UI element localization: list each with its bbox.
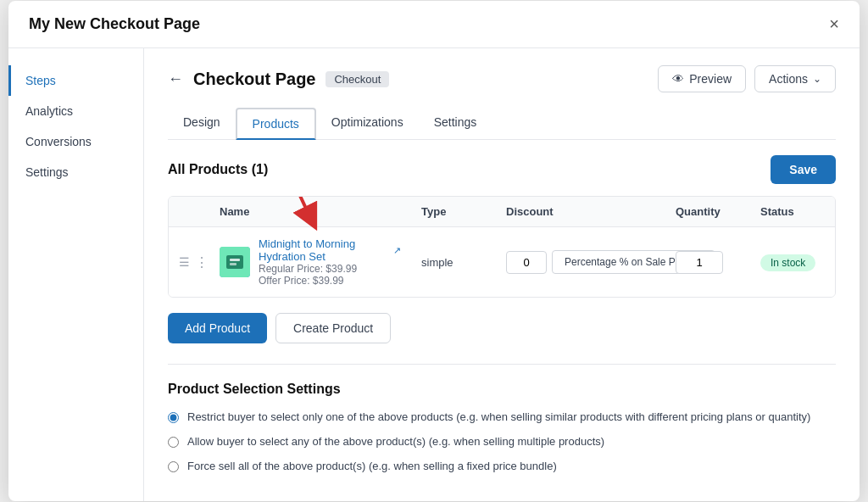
radio-restrict[interactable] — [168, 412, 179, 423]
checkout-badge: Checkout — [326, 71, 389, 87]
main-content: ← Checkout Page Checkout 👁 Preview Actio… — [144, 48, 860, 501]
products-table: Name Type Discount Quantity Status ☰ ⋮ — [168, 196, 836, 298]
radio-option-force-sell: Force sell all of the above product(s) (… — [168, 460, 836, 472]
row-controls: ☰ ⋮ — [169, 244, 209, 281]
offer-price: Offer Price: $39.99 — [259, 275, 401, 287]
product-name: Midnight to Morning Hydration Set ↗ — [259, 237, 401, 263]
checkout-modal: My New Checkout Page × Steps Analytics C… — [8, 1, 860, 501]
discount-cell: Percentage % on Sale Price Fixed Amount — [496, 240, 665, 284]
radio-restrict-label: Restrict buyer to select only one of the… — [187, 410, 810, 423]
settings-title: Product Selection Settings — [168, 382, 836, 397]
page-header-right: 👁 Preview Actions ⌄ — [658, 65, 836, 92]
close-button[interactable]: × — [829, 14, 839, 34]
save-button[interactable]: Save — [771, 155, 836, 184]
radio-option-restrict: Restrict buyer to select only one of the… — [168, 410, 836, 423]
radio-allow-any[interactable] — [168, 437, 179, 448]
external-link-icon[interactable]: ↗ — [393, 245, 401, 256]
status-badge: In stock — [760, 254, 815, 271]
product-details: Midnight to Morning Hydration Set ↗ Regu… — [259, 237, 401, 287]
radio-allow-any-label: Allow buyer to select any of the above p… — [187, 435, 604, 448]
col-type: Type — [411, 197, 496, 226]
modal-body: Steps Analytics Conversions Settings ← C… — [8, 48, 860, 501]
tab-settings[interactable]: Settings — [419, 108, 492, 140]
radio-force-sell[interactable] — [168, 461, 179, 472]
col-name: Name — [209, 197, 411, 226]
preview-label: Preview — [689, 72, 732, 86]
sidebar-item-steps[interactable]: Steps — [8, 65, 143, 96]
svg-rect-3 — [230, 263, 236, 265]
back-button[interactable]: ← — [168, 70, 183, 88]
sidebar-item-conversions[interactable]: Conversions — [8, 126, 143, 157]
sidebar-item-settings[interactable]: Settings — [8, 157, 143, 187]
table-row: ☰ ⋮ — [169, 227, 835, 297]
product-type: simple — [411, 246, 496, 279]
product-action-buttons: Add Product Create Product — [168, 313, 836, 343]
radio-option-allow-any: Allow buyer to select any of the above p… — [168, 435, 836, 448]
sidebar-item-analytics[interactable]: Analytics — [8, 96, 143, 126]
col-status: Status — [750, 197, 835, 226]
tab-products[interactable]: Products — [236, 108, 316, 140]
drag-handle-icon[interactable]: ☰ — [179, 255, 190, 269]
page-title: Checkout Page — [193, 70, 315, 89]
sidebar: Steps Analytics Conversions Settings — [8, 48, 144, 501]
add-product-button[interactable]: Add Product — [168, 313, 267, 343]
tabs: Design Products Optimizations Settings — [168, 108, 836, 140]
preview-button[interactable]: 👁 Preview — [658, 65, 746, 92]
status-cell: In stock — [750, 246, 835, 279]
all-products-title: All Products (1) — [168, 162, 268, 177]
table-header: Name Type Discount Quantity Status — [169, 197, 835, 227]
eye-icon: 👁 — [672, 72, 684, 86]
quantity-input[interactable] — [676, 251, 723, 274]
drag-controls: ☰ ⋮ — [179, 254, 199, 271]
discount-input[interactable] — [506, 251, 547, 274]
svg-rect-2 — [230, 259, 240, 261]
product-thumbnail — [220, 247, 250, 277]
quantity-cell — [665, 241, 750, 284]
section-header: All Products (1) Save — [168, 155, 836, 184]
modal-title: My New Checkout Page — [29, 15, 200, 33]
chevron-down-icon: ⌄ — [813, 73, 821, 85]
product-info-cell: Midnight to Morning Hydration Set ↗ Regu… — [220, 237, 401, 287]
modal-header: My New Checkout Page × — [8, 1, 860, 48]
actions-label: Actions — [769, 72, 808, 86]
col-discount: Discount — [496, 197, 665, 226]
product-cell: Midnight to Morning Hydration Set ↗ Regu… — [209, 227, 411, 297]
page-header: ← Checkout Page Checkout 👁 Preview Actio… — [168, 65, 836, 92]
radio-force-sell-label: Force sell all of the above product(s) (… — [187, 460, 557, 472]
col-quantity: Quantity — [665, 197, 750, 226]
product-selection-settings: Product Selection Settings Restrict buye… — [168, 364, 836, 472]
tab-optimizations[interactable]: Optimizations — [316, 108, 419, 140]
more-options-icon[interactable]: ⋮ — [195, 254, 209, 271]
create-product-button[interactable]: Create Product — [275, 313, 391, 343]
svg-rect-1 — [226, 255, 243, 269]
page-header-left: ← Checkout Page Checkout — [168, 70, 389, 89]
regular-price: Regular Price: $39.99 — [259, 263, 401, 275]
tab-design[interactable]: Design — [168, 108, 236, 140]
discount-controls: Percentage % on Sale Price Fixed Amount — [506, 250, 655, 274]
actions-button[interactable]: Actions ⌄ — [754, 65, 836, 92]
col-drag — [169, 197, 209, 226]
